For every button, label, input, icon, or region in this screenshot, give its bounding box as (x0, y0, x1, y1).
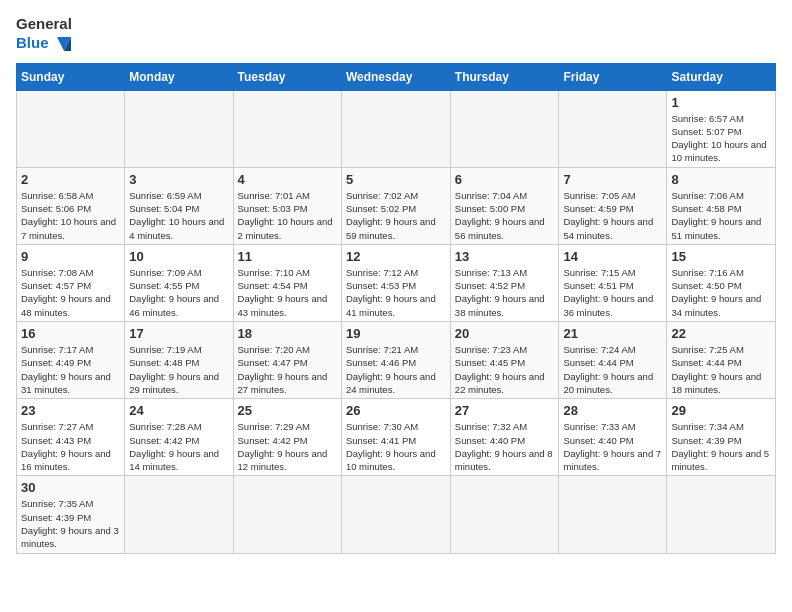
header-thursday: Thursday (450, 63, 559, 90)
calendar-cell: 29Sunrise: 7:34 AM Sunset: 4:39 PM Dayli… (667, 399, 776, 476)
day-number: 21 (563, 326, 662, 341)
day-number: 23 (21, 403, 120, 418)
calendar-cell: 18Sunrise: 7:20 AM Sunset: 4:47 PM Dayli… (233, 322, 341, 399)
day-info: Sunrise: 7:34 AM Sunset: 4:39 PM Dayligh… (671, 420, 771, 473)
calendar-cell: 2Sunrise: 6:58 AM Sunset: 5:06 PM Daylig… (17, 167, 125, 244)
calendar-cell: 12Sunrise: 7:12 AM Sunset: 4:53 PM Dayli… (341, 244, 450, 321)
calendar-cell: 5Sunrise: 7:02 AM Sunset: 5:02 PM Daylig… (341, 167, 450, 244)
day-number: 17 (129, 326, 228, 341)
day-number: 14 (563, 249, 662, 264)
calendar-cell: 20Sunrise: 7:23 AM Sunset: 4:45 PM Dayli… (450, 322, 559, 399)
calendar-cell: 28Sunrise: 7:33 AM Sunset: 4:40 PM Dayli… (559, 399, 667, 476)
day-info: Sunrise: 7:35 AM Sunset: 4:39 PM Dayligh… (21, 497, 120, 550)
day-info: Sunrise: 7:12 AM Sunset: 4:53 PM Dayligh… (346, 266, 446, 319)
calendar-cell: 19Sunrise: 7:21 AM Sunset: 4:46 PM Dayli… (341, 322, 450, 399)
calendar-cell (559, 476, 667, 553)
calendar-cell: 13Sunrise: 7:13 AM Sunset: 4:52 PM Dayli… (450, 244, 559, 321)
day-info: Sunrise: 7:10 AM Sunset: 4:54 PM Dayligh… (238, 266, 337, 319)
day-info: Sunrise: 7:15 AM Sunset: 4:51 PM Dayligh… (563, 266, 662, 319)
day-number: 13 (455, 249, 555, 264)
header-friday: Friday (559, 63, 667, 90)
day-number: 2 (21, 172, 120, 187)
calendar-cell: 27Sunrise: 7:32 AM Sunset: 4:40 PM Dayli… (450, 399, 559, 476)
day-info: Sunrise: 7:24 AM Sunset: 4:44 PM Dayligh… (563, 343, 662, 396)
day-number: 12 (346, 249, 446, 264)
day-info: Sunrise: 7:23 AM Sunset: 4:45 PM Dayligh… (455, 343, 555, 396)
day-number: 9 (21, 249, 120, 264)
day-number: 25 (238, 403, 337, 418)
day-number: 6 (455, 172, 555, 187)
day-number: 4 (238, 172, 337, 187)
day-number: 10 (129, 249, 228, 264)
day-number: 15 (671, 249, 771, 264)
calendar-cell (233, 476, 341, 553)
calendar-week-0: 1Sunrise: 6:57 AM Sunset: 5:07 PM Daylig… (17, 90, 776, 167)
calendar-cell: 8Sunrise: 7:06 AM Sunset: 4:58 PM Daylig… (667, 167, 776, 244)
calendar-cell (450, 90, 559, 167)
calendar-week-2: 9Sunrise: 7:08 AM Sunset: 4:57 PM Daylig… (17, 244, 776, 321)
day-info: Sunrise: 7:13 AM Sunset: 4:52 PM Dayligh… (455, 266, 555, 319)
calendar-week-3: 16Sunrise: 7:17 AM Sunset: 4:49 PM Dayli… (17, 322, 776, 399)
day-info: Sunrise: 6:57 AM Sunset: 5:07 PM Dayligh… (671, 112, 771, 165)
calendar-cell: 11Sunrise: 7:10 AM Sunset: 4:54 PM Dayli… (233, 244, 341, 321)
day-info: Sunrise: 7:19 AM Sunset: 4:48 PM Dayligh… (129, 343, 228, 396)
calendar-cell (341, 90, 450, 167)
day-info: Sunrise: 7:25 AM Sunset: 4:44 PM Dayligh… (671, 343, 771, 396)
calendar-cell: 26Sunrise: 7:30 AM Sunset: 4:41 PM Dayli… (341, 399, 450, 476)
day-number: 3 (129, 172, 228, 187)
day-info: Sunrise: 7:27 AM Sunset: 4:43 PM Dayligh… (21, 420, 120, 473)
day-number: 19 (346, 326, 446, 341)
day-number: 24 (129, 403, 228, 418)
day-info: Sunrise: 7:02 AM Sunset: 5:02 PM Dayligh… (346, 189, 446, 242)
header-sunday: Sunday (17, 63, 125, 90)
day-number: 8 (671, 172, 771, 187)
calendar-cell (233, 90, 341, 167)
calendar-cell (559, 90, 667, 167)
calendar-cell: 6Sunrise: 7:04 AM Sunset: 5:00 PM Daylig… (450, 167, 559, 244)
calendar-cell: 9Sunrise: 7:08 AM Sunset: 4:57 PM Daylig… (17, 244, 125, 321)
day-info: Sunrise: 7:16 AM Sunset: 4:50 PM Dayligh… (671, 266, 771, 319)
day-number: 1 (671, 95, 771, 110)
calendar-week-5: 30Sunrise: 7:35 AM Sunset: 4:39 PM Dayli… (17, 476, 776, 553)
calendar-cell: 10Sunrise: 7:09 AM Sunset: 4:55 PM Dayli… (125, 244, 233, 321)
day-info: Sunrise: 7:08 AM Sunset: 4:57 PM Dayligh… (21, 266, 120, 319)
header-tuesday: Tuesday (233, 63, 341, 90)
calendar-table: SundayMondayTuesdayWednesdayThursdayFrid… (16, 63, 776, 554)
calendar-cell (125, 90, 233, 167)
day-number: 5 (346, 172, 446, 187)
day-info: Sunrise: 7:05 AM Sunset: 4:59 PM Dayligh… (563, 189, 662, 242)
day-number: 7 (563, 172, 662, 187)
calendar-cell: 30Sunrise: 7:35 AM Sunset: 4:39 PM Dayli… (17, 476, 125, 553)
calendar-cell: 17Sunrise: 7:19 AM Sunset: 4:48 PM Dayli… (125, 322, 233, 399)
day-number: 20 (455, 326, 555, 341)
logo-blue: Blue (16, 33, 75, 55)
day-number: 29 (671, 403, 771, 418)
day-number: 28 (563, 403, 662, 418)
calendar-cell: 7Sunrise: 7:05 AM Sunset: 4:59 PM Daylig… (559, 167, 667, 244)
calendar-cell: 14Sunrise: 7:15 AM Sunset: 4:51 PM Dayli… (559, 244, 667, 321)
logo: General Blue (16, 16, 75, 55)
day-info: Sunrise: 7:29 AM Sunset: 4:42 PM Dayligh… (238, 420, 337, 473)
logo-container: General Blue (16, 16, 75, 55)
calendar-cell: 22Sunrise: 7:25 AM Sunset: 4:44 PM Dayli… (667, 322, 776, 399)
calendar-header-row: SundayMondayTuesdayWednesdayThursdayFrid… (17, 63, 776, 90)
day-info: Sunrise: 7:30 AM Sunset: 4:41 PM Dayligh… (346, 420, 446, 473)
day-number: 16 (21, 326, 120, 341)
calendar-cell: 3Sunrise: 6:59 AM Sunset: 5:04 PM Daylig… (125, 167, 233, 244)
day-info: Sunrise: 7:20 AM Sunset: 4:47 PM Dayligh… (238, 343, 337, 396)
header: General Blue (16, 16, 776, 55)
day-number: 22 (671, 326, 771, 341)
day-number: 27 (455, 403, 555, 418)
calendar-cell: 25Sunrise: 7:29 AM Sunset: 4:42 PM Dayli… (233, 399, 341, 476)
calendar-cell: 1Sunrise: 6:57 AM Sunset: 5:07 PM Daylig… (667, 90, 776, 167)
calendar-cell (17, 90, 125, 167)
day-info: Sunrise: 7:21 AM Sunset: 4:46 PM Dayligh… (346, 343, 446, 396)
day-number: 11 (238, 249, 337, 264)
calendar-cell: 23Sunrise: 7:27 AM Sunset: 4:43 PM Dayli… (17, 399, 125, 476)
calendar-cell (667, 476, 776, 553)
header-saturday: Saturday (667, 63, 776, 90)
calendar-cell: 4Sunrise: 7:01 AM Sunset: 5:03 PM Daylig… (233, 167, 341, 244)
day-info: Sunrise: 6:59 AM Sunset: 5:04 PM Dayligh… (129, 189, 228, 242)
logo-triangle-icon (53, 33, 75, 55)
day-info: Sunrise: 7:01 AM Sunset: 5:03 PM Dayligh… (238, 189, 337, 242)
